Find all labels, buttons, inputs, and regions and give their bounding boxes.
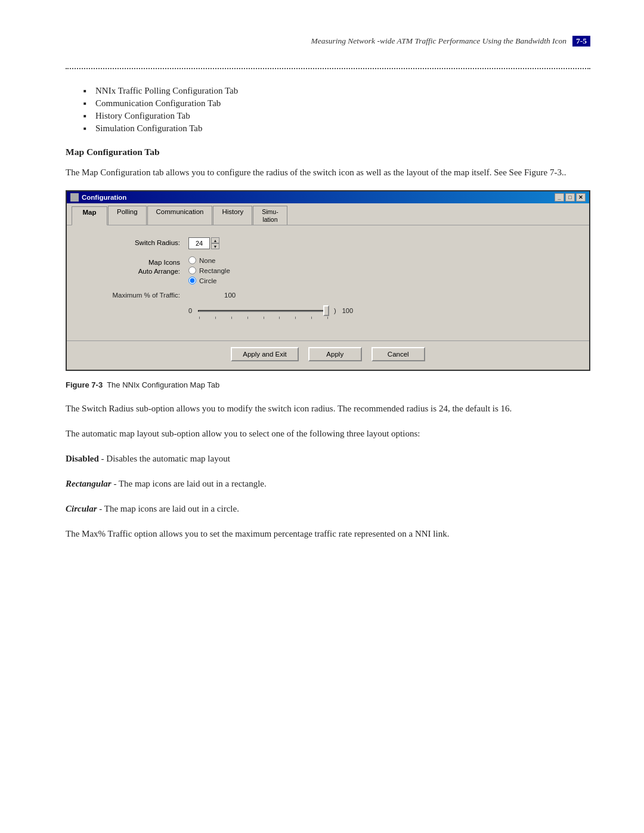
minimize-button[interactable]: _ — [555, 193, 564, 202]
radio-none-input[interactable] — [188, 256, 196, 264]
max-traffic-row: Maximum % of Traffic: 100 — [85, 292, 571, 299]
figure-caption: Figure 7-3 The NNIx Configuration Map Ta… — [66, 380, 590, 389]
slider-line — [198, 310, 329, 312]
rectangular-label: Rectangular — [66, 479, 112, 488]
radio-rectangle-input[interactable] — [188, 267, 196, 274]
bullet-list: NNIx Traffic Polling Configuration Tab C… — [83, 86, 590, 134]
section-heading: Map Configuration Tab — [66, 147, 590, 157]
slider-section[interactable]: 0 ) 100 — [188, 302, 353, 319]
tab-polling[interactable]: Polling — [108, 206, 147, 225]
dialog-titlebar: Configuration _ □ ✕ — [67, 191, 589, 203]
circular-label: Circular — [66, 504, 97, 513]
intro-para: The Map Configuration tab allows you to … — [66, 166, 590, 179]
slider-bracket: ) — [334, 307, 336, 314]
figure-text: The NNIx Configuration Map Tab — [107, 380, 219, 389]
configuration-dialog: Configuration _ □ ✕ Map Polling Communic… — [66, 190, 590, 371]
titlebar-title: Configuration — [70, 193, 126, 202]
page-header: Measuring Network -wide ATM Traffic Perf… — [66, 36, 590, 49]
close-button[interactable]: ✕ — [576, 193, 586, 202]
circular-para: Circular - The map icons are laid out in… — [66, 501, 590, 516]
header-rule — [66, 68, 590, 69]
spin-up-button[interactable]: ▲ — [211, 237, 219, 243]
radio-circle-label: Circle — [199, 277, 216, 284]
bullet-item-2: Communication Configuration Tab — [83, 98, 590, 109]
body-para-1: The Switch Radius sub-option allows you … — [66, 401, 590, 416]
max-traffic-label: Maximum % of Traffic: — [85, 292, 180, 299]
tab-communication[interactable]: Communication — [147, 206, 213, 225]
slider-track[interactable] — [198, 305, 329, 317]
slider-row: 0 ) 100 — [85, 302, 571, 324]
slider-handle[interactable] — [323, 305, 329, 316]
dialog-body: Switch Radius: 24 ▲ ▼ Map IconsAuto Arra… — [67, 225, 589, 340]
body-para-3: The Max% Traffic option allows you to se… — [66, 527, 590, 541]
switch-radius-label: Switch Radius: — [85, 237, 180, 246]
map-icons-label: Map IconsAuto Arrange: — [85, 256, 180, 276]
switch-radius-row: Switch Radius: 24 ▲ ▼ — [85, 237, 571, 249]
bullet-item-4: Simulation Configuration Tab — [83, 123, 590, 134]
radio-none[interactable]: None — [188, 256, 230, 264]
apply-button[interactable]: Apply — [308, 347, 362, 361]
titlebar-icon — [70, 193, 79, 202]
figure-label: Figure 7-3 — [66, 380, 103, 389]
bullet-item-3: History Configuration Tab — [83, 111, 590, 121]
page-number: 7-5 — [572, 36, 590, 47]
header-text: Measuring Network -wide ATM Traffic Perf… — [311, 36, 566, 46]
disabled-label: Disabled — [66, 454, 99, 463]
tab-history[interactable]: History — [213, 206, 252, 225]
circular-text: - The map icons are laid out in a circle… — [97, 504, 239, 513]
titlebar-controls[interactable]: _ □ ✕ — [555, 193, 586, 202]
radio-rectangle-label: Rectangle — [199, 267, 230, 274]
tab-map[interactable]: Map — [72, 206, 107, 225]
disabled-text: - Disables the automatic map layout — [99, 454, 230, 463]
slider-spacer — [85, 302, 180, 304]
maximize-button[interactable]: □ — [565, 193, 575, 202]
radio-group: None Rectangle Circle — [188, 256, 230, 284]
body-para-2: The automatic map layout sub-option allo… — [66, 426, 590, 441]
dialog-footer: Apply and Exit Apply Cancel — [67, 340, 589, 370]
switch-radius-control[interactable]: 24 ▲ ▼ — [188, 237, 219, 249]
tab-simulation[interactable]: Simu-lation — [253, 206, 287, 225]
radio-none-label: None — [199, 257, 216, 264]
apply-exit-button[interactable]: Apply and Exit — [231, 347, 299, 361]
rectangular-text: - The map icons are laid out in a rectan… — [112, 479, 267, 488]
slider-control[interactable]: 0 ) 100 — [188, 305, 353, 317]
bullet-item-1: NNIx Traffic Polling Configuration Tab — [83, 86, 590, 96]
spinner-buttons[interactable]: ▲ ▼ — [211, 237, 219, 249]
max-traffic-value: 100 — [224, 292, 236, 299]
radio-rectangle[interactable]: Rectangle — [188, 267, 230, 274]
spin-down-button[interactable]: ▼ — [211, 243, 219, 249]
switch-radius-input[interactable]: 24 — [188, 237, 210, 249]
slider-ticks — [198, 317, 329, 319]
radio-circle[interactable]: Circle — [188, 277, 230, 284]
slider-min-label: 0 — [188, 307, 196, 314]
rectangular-para: Rectangular - The map icons are laid out… — [66, 476, 590, 491]
radio-circle-input[interactable] — [188, 277, 196, 284]
slider-max-label: 100 — [342, 307, 353, 314]
dialog-tabs: Map Polling Communication History Simu-l… — [67, 203, 589, 225]
cancel-button[interactable]: Cancel — [371, 347, 425, 361]
dialog-title: Configuration — [82, 194, 126, 201]
map-icons-row: Map IconsAuto Arrange: None Rectangle Ci… — [85, 256, 571, 284]
disabled-para: Disabled - Disables the automatic map la… — [66, 451, 590, 466]
